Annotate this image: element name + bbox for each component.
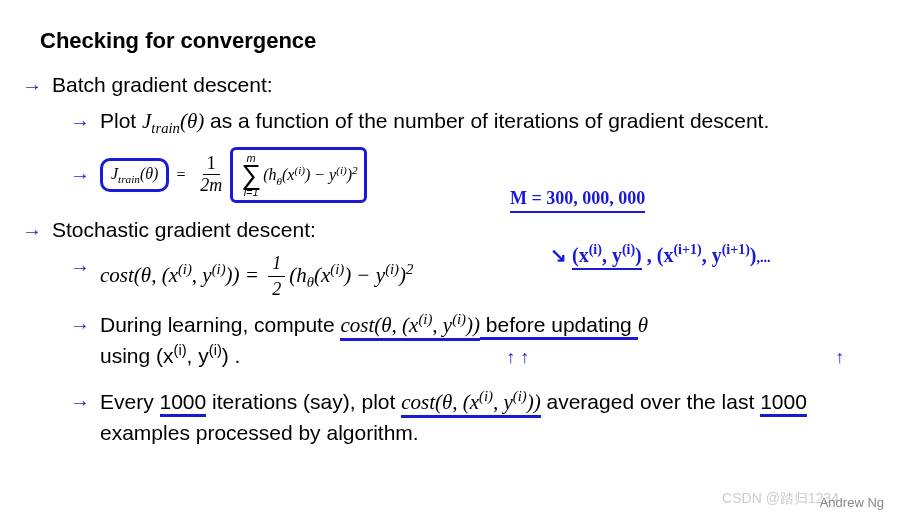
sum-body: (hθ(x(i)) − y(i))2 [263, 164, 358, 187]
before-updating: before updating [480, 313, 638, 340]
sgd-every-1000: → Every 1000 iterations (say), plot cost… [70, 386, 859, 447]
author-credit: Andrew Ng [820, 495, 884, 510]
cost-underlined-2: cost(θ, (x(i), y(i))) [401, 390, 541, 418]
slide-title: Checking for convergence [40, 28, 859, 54]
arrow-icon: → [22, 217, 42, 245]
annotation-xy-pairs: ↘ (x(i), y(i)) , (x(i+1), y(i+1)),... [550, 242, 771, 267]
up-arrow-theta: ↑ [835, 347, 844, 367]
summation-boxed: m ∑ i=1 (hθ(x(i)) − y(i))2 [230, 147, 367, 203]
theta: θ [638, 313, 648, 337]
jtrain-formula-row: → Jtrain(θ) = 1 2m m ∑ i=1 (hθ(x(i)) − y… [70, 147, 859, 203]
batch-heading: Batch gradient descent: [52, 70, 859, 99]
sigma-icon: m ∑ i=1 [241, 152, 261, 198]
equals: = [175, 166, 186, 184]
jtrain-boxed: Jtrain(θ) [100, 158, 169, 192]
up-arrows: ↑ ↑ [506, 347, 529, 367]
every-1000-text: Every 1000 iterations (say), plot cost(θ… [100, 386, 859, 447]
batch-bullet-1-text: Plot Jtrain(θ) as a function of the numb… [100, 106, 859, 139]
jtrain-inline: Jtrain(θ) [142, 109, 204, 133]
arrow-icon: → [70, 164, 90, 187]
arrow-icon: → [70, 311, 90, 339]
cost-underlined: cost(θ, (x(i), y(i))) [340, 313, 480, 341]
num-1000-a: 1000 [160, 390, 207, 417]
learning-text: During learning, compute cost(θ, (x(i), … [100, 309, 859, 371]
arrow-icon: → [22, 72, 42, 100]
annotation-m-value: M = 300, 000, 000 [510, 188, 645, 213]
arrow-icon: → [70, 108, 90, 136]
num-1000-b: 1000 [760, 390, 807, 417]
batch-bullet-1: → Plot Jtrain(θ) as a function of the nu… [70, 106, 859, 139]
text: as a function of the number of iteration… [204, 109, 769, 132]
sgd-heading-row: → Stochastic gradient descent: [22, 215, 859, 245]
fraction-1-2m: 1 2m [196, 153, 226, 196]
sgd-learning-text: → During learning, compute cost(θ, (x(i)… [70, 309, 859, 371]
sgd-heading: Stochastic gradient descent: [52, 215, 859, 244]
arrow-icon: → [70, 388, 90, 416]
batch-heading-row: → Batch gradient descent: [22, 70, 859, 100]
text: Plot [100, 109, 142, 132]
arrow-icon: → [70, 253, 90, 281]
